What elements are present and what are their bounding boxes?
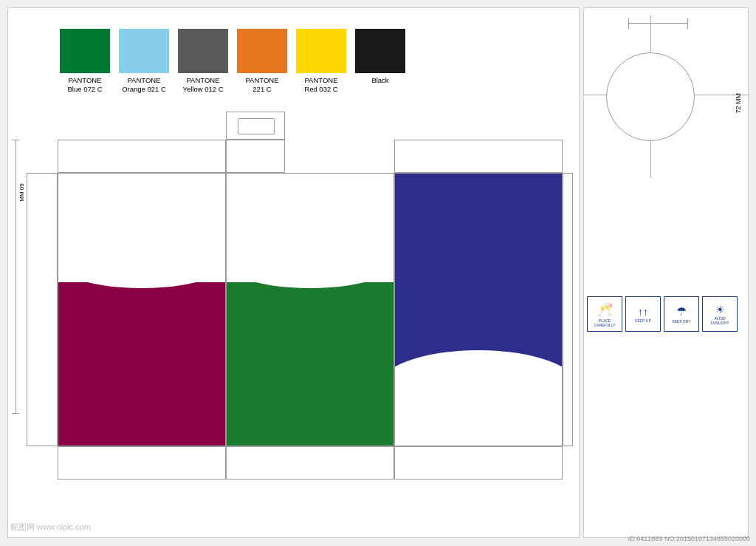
swatches-row: PANTONEBlue 072 C PANTONEOrange 021 C PA… [60,29,405,95]
handle-hole [226,112,285,140]
swatch-item-lightblue: PANTONEOrange 021 C [119,29,169,95]
left-dimension-label: MM 09 [18,183,25,201]
right-circle [606,52,695,141]
swatch-color-yellow [296,29,346,73]
swatch-color-orange [237,29,287,73]
panel-left [58,173,226,446]
swatch-label-yellow: PANTONERed 032 C [304,76,337,95]
panel-center-arc [226,214,394,288]
side-flap-left [27,173,58,446]
left-dim-tick-top [12,140,19,140]
keep-dry-label: KEEP DRY [672,319,690,324]
top-flap-left [58,140,226,173]
dim-tick-right [687,18,688,29]
left-dimension-line [16,140,16,413]
dim-line-top [628,23,687,24]
keep-dry-icon: ☂ [676,304,687,318]
top-flap-center [226,140,285,173]
panel-left-arc [58,214,226,288]
panel-far-right [563,173,573,446]
avoid-sunlight-label: AVOIDSUNLIGHT [710,316,729,325]
swatch-color-lightblue [119,29,169,73]
icon-place-carefully: 🥂 PLACECAREFULLY [587,296,622,332]
place-carefully-label: PLACECAREFULLY [594,318,615,327]
dim-tick-left [628,18,629,29]
bottom-flap-center [226,446,394,480]
watermark-nipic: 昵图网 www.nipic.com [10,522,91,533]
swatch-item-gray: PANTONEYellow 012 C [178,29,228,95]
swatch-item-green: PANTONEBlue 072 C [60,29,110,95]
panel-right [394,173,563,446]
swatch-label-lightblue: PANTONEOrange 021 C [122,76,166,95]
keep-up-icon: ↑↑ [638,306,648,318]
right-dimension-label: 72 MM [735,93,742,114]
place-carefully-icon: 🥂 [597,301,613,318]
swatch-item-yellow: PANTONERed 032 C [296,29,346,95]
panel-left-fill [58,282,225,446]
dieline-container [27,140,573,480]
swatch-item-black: Black [355,29,405,85]
panel-right-arc [394,350,563,424]
panel-right-fill [395,174,562,369]
bottom-flap-right [394,446,563,480]
swatch-color-green [60,29,110,73]
swatch-color-gray [178,29,228,73]
swatch-label-black: Black [371,76,388,85]
icon-keep-dry: ☂ KEEP DRY [664,296,699,332]
swatch-label-green: PANTONEBlue 072 C [67,76,102,95]
panel-center-fill [227,282,394,446]
swatch-item-orange: PANTONE221 C [237,29,287,95]
swatch-color-black [355,29,405,73]
keep-up-label: KEEP UP [635,318,651,323]
avoid-sunlight-icon: ☀ [715,304,725,315]
icon-avoid-sunlight: ☀ AVOIDSUNLIGHT [702,296,738,332]
watermark-id: ID:6411889 NO:20150107134855020000 [628,535,750,542]
swatch-label-orange: PANTONE221 C [245,76,278,95]
icon-keep-up: ↑↑ KEEP UP [625,296,661,332]
right-panel: 72 MM 🥂 PLACECAREFULLY ↑↑ KEEP UP ☂ KEEP… [583,7,749,538]
icons-row: 🥂 PLACECAREFULLY ↑↑ KEEP UP ☂ KEEP DRY ☀… [587,296,738,332]
panel-center [226,173,394,446]
main-canvas: PANTONEBlue 072 C PANTONEOrange 021 C PA… [7,7,580,538]
swatch-label-gray: PANTONEYellow 012 C [182,76,223,95]
top-flap-right [394,140,563,173]
left-dim-tick-bottom [12,413,19,414]
bottom-flap-left [58,446,226,480]
